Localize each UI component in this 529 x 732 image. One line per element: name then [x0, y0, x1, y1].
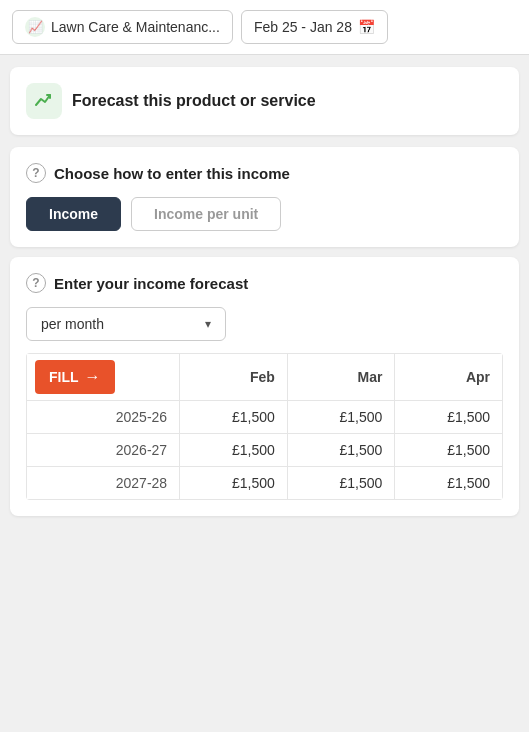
- year-2026: 2026-27: [27, 434, 180, 467]
- forecast-card: Forecast this product or service: [10, 67, 519, 135]
- income-help-icon[interactable]: ?: [26, 163, 46, 183]
- chevron-down-icon: ▾: [205, 317, 211, 331]
- product-icon: 📈: [25, 17, 45, 37]
- date-range-selector[interactable]: Feb 25 - Jan 28 📅: [241, 10, 388, 44]
- period-dropdown-wrapper: per month ▾: [26, 307, 503, 341]
- val-2026-apr[interactable]: £1,500: [395, 434, 503, 467]
- val-2027-feb[interactable]: £1,500: [180, 467, 288, 500]
- income-toggle-group: Income Income per unit: [26, 197, 503, 231]
- forecast-title: Forecast this product or service: [72, 92, 316, 110]
- forecast-icon: [26, 83, 62, 119]
- col-mar: Mar: [287, 354, 395, 401]
- val-2025-feb[interactable]: £1,500: [180, 401, 288, 434]
- calendar-icon: 📅: [358, 19, 375, 35]
- forecast-entry-label: Enter your income forecast: [54, 275, 248, 292]
- income-section: ? Choose how to enter this income Income…: [10, 147, 519, 247]
- fill-button[interactable]: FILL →: [35, 360, 115, 394]
- period-dropdown[interactable]: per month ▾: [26, 307, 226, 341]
- forecast-entry-label-row: ? Enter your income forecast: [26, 273, 503, 293]
- val-2025-mar[interactable]: £1,500: [287, 401, 395, 434]
- forecast-table: FILL → Feb Mar Apr 2025-26 £1,500 £1,500…: [26, 353, 503, 500]
- income-button[interactable]: Income: [26, 197, 121, 231]
- fill-label: FILL: [49, 369, 79, 385]
- col-apr: Apr: [395, 354, 503, 401]
- col-feb: Feb: [180, 354, 288, 401]
- table-row: 2025-26 £1,500 £1,500 £1,500: [27, 401, 503, 434]
- table-header-row: FILL → Feb Mar Apr: [27, 354, 503, 401]
- card-header: Forecast this product or service: [26, 83, 503, 119]
- val-2027-apr[interactable]: £1,500: [395, 467, 503, 500]
- val-2026-feb[interactable]: £1,500: [180, 434, 288, 467]
- val-2027-mar[interactable]: £1,500: [287, 467, 395, 500]
- val-2026-mar[interactable]: £1,500: [287, 434, 395, 467]
- product-label: Lawn Care & Maintenanc...: [51, 19, 220, 35]
- product-selector[interactable]: 📈 Lawn Care & Maintenanc...: [12, 10, 233, 44]
- year-2025: 2025-26: [27, 401, 180, 434]
- income-section-label: Choose how to enter this income: [54, 165, 290, 182]
- date-label: Feb 25 - Jan 28: [254, 19, 352, 35]
- fill-arrow-icon: →: [85, 368, 101, 386]
- income-per-unit-button[interactable]: Income per unit: [131, 197, 281, 231]
- table-row: 2026-27 £1,500 £1,500 £1,500: [27, 434, 503, 467]
- year-2027: 2027-28: [27, 467, 180, 500]
- period-dropdown-label: per month: [41, 316, 104, 332]
- fill-header-cell: FILL →: [27, 354, 180, 401]
- income-label-row: ? Choose how to enter this income: [26, 163, 503, 183]
- table-row: 2027-28 £1,500 £1,500 £1,500: [27, 467, 503, 500]
- forecast-entry-section: ? Enter your income forecast per month ▾…: [10, 257, 519, 516]
- val-2025-apr[interactable]: £1,500: [395, 401, 503, 434]
- forecast-help-icon[interactable]: ?: [26, 273, 46, 293]
- forecast-table-container: FILL → Feb Mar Apr 2025-26 £1,500 £1,500…: [26, 353, 503, 500]
- top-bar: 📈 Lawn Care & Maintenanc... Feb 25 - Jan…: [0, 0, 529, 55]
